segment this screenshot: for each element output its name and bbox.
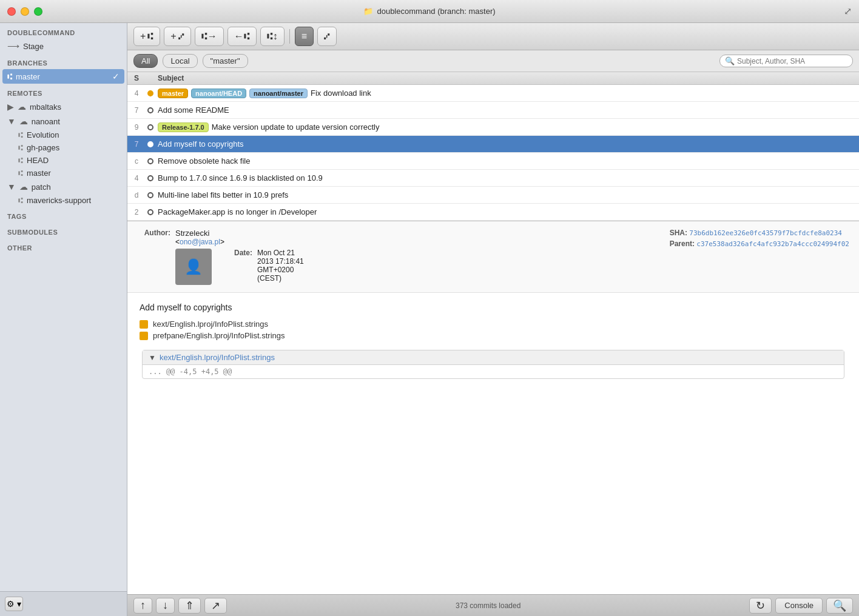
sidebar-item-mavericks[interactable]: ⑆ mavericks-support [0, 194, 127, 207]
sidebar-item-head[interactable]: ⑆ HEAD [0, 154, 127, 167]
commit-meta: Author: Strzelecki <ono@java.pl> [127, 221, 859, 293]
author-email-link[interactable]: ono@java.pl [180, 238, 220, 246]
commit-tag-nanoant-master: nanoant/master [249, 89, 308, 98]
sidebar-item-stage[interactable]: ⟶ Stage [0, 39, 127, 53]
commit-row[interactable]: 2 PackageMaker.app is no longer in /Deve… [127, 204, 859, 221]
folder-icon: 📁 [363, 7, 373, 16]
chevron-down-icon-patch: ▼ [7, 182, 16, 192]
list-view-button[interactable]: ≡ [295, 27, 314, 46]
diff-file-link[interactable]: kext/English.lproj/InfoPlist.strings [160, 353, 275, 362]
commit-subject-area: PackageMaker.app is no longer in /Develo… [155, 207, 859, 216]
search-bottom-icon: 🔍 [833, 599, 846, 612]
commit-subject: Add some README [158, 105, 229, 115]
sidebar-other-header: OTHER [0, 238, 127, 254]
branch-button[interactable]: ⑆→ [195, 27, 224, 46]
commit-subject: Remove obsolete hack file [158, 156, 250, 166]
filter-local-button[interactable]: Local [163, 54, 197, 68]
graph-circle [147, 192, 153, 198]
date-label: Date: [219, 249, 252, 283]
branch-icon-nanoant-master: ⑆ [18, 169, 23, 178]
window-controls[interactable] [7, 7, 42, 16]
commit-num: 9 [127, 123, 146, 132]
changed-file-item[interactable]: kext/English.lproj/InfoPlist.strings [140, 320, 847, 329]
fetch-icon: ↑ [140, 599, 146, 612]
date-value: Mon Oct 212013 17:18:41GMT+0200(CEST) [257, 249, 304, 283]
sidebar-item-evolution[interactable]: ⑆ Evolution [0, 129, 127, 141]
search-bottom-button[interactable]: 🔍 [826, 598, 853, 614]
filter-master-button[interactable]: "master" [203, 54, 248, 68]
rebase-button[interactable]: ⑆↕ [260, 27, 285, 46]
list-icon: ≡ [301, 31, 307, 42]
branch-forward-icon: ⑆→ [201, 31, 217, 42]
sidebar-item-master[interactable]: ⑆ master ✓ [2, 69, 124, 84]
commit-num: 4 [127, 89, 146, 98]
merge-button[interactable]: ←⑆ [227, 27, 257, 46]
minimize-button[interactable] [21, 7, 29, 16]
col-s-header: S [127, 74, 146, 82]
author-email-row: <ono@java.pl> [175, 238, 224, 246]
file-icon [140, 320, 148, 329]
commit-icon: ⑆ [147, 31, 153, 42]
right-panel: + ⑆ + ⑇ ⑆→ ←⑆ ⑆↕ ≡ [127, 23, 859, 616]
add-commit-button[interactable]: + ⑆ [133, 27, 160, 46]
close-button[interactable] [7, 7, 16, 16]
bottom-bar: ↑ ↓ ⇑ ↗ 373 commits loaded ↻ Cons [127, 594, 859, 616]
sidebar-item-nanoant[interactable]: ▼ ☁ nanoant [0, 114, 127, 129]
graph-circle [147, 209, 153, 215]
search-input[interactable] [737, 57, 847, 65]
author-label: Author: [137, 229, 170, 246]
stash-button[interactable]: ↗ [204, 598, 227, 614]
sidebar-footer: ⚙ ▾ [0, 591, 127, 616]
maximize-button[interactable] [34, 7, 42, 16]
commit-subject: Make version update to update version co… [212, 122, 380, 132]
sidebar-submodules-header: SUBMODULES [0, 223, 127, 238]
cloud-icon: ☁ [18, 102, 26, 112]
meta-left: Author: Strzelecki <ono@java.pl> [137, 229, 304, 285]
console-label: Console [784, 601, 814, 610]
refresh-button[interactable]: ↻ [749, 598, 772, 614]
console-button[interactable]: Console [775, 598, 823, 614]
sha-row: SHA: 73b6db162ee326e0fc43579f7bcfdcfe8a0… [670, 229, 849, 237]
toolbar: + ⑆ + ⑇ ⑆→ ←⑆ ⑆↕ ≡ [127, 23, 859, 50]
col-subject-header: Subject [155, 74, 859, 82]
commit-row[interactable]: 9 Release-1.7.0 Make version update to u… [127, 119, 859, 136]
graph-icon: ⑇ [324, 31, 330, 42]
commit-row[interactable]: 4 master nanoant/HEAD nanoant/master Fix… [127, 85, 859, 102]
parent-value: c37e538ad326afc4afc932b7a4ccc024994f02 [696, 240, 849, 248]
resize-icon[interactable]: ⤢ [844, 5, 852, 17]
settings-button[interactable]: ⚙ ▾ [5, 597, 23, 611]
add-tag-button[interactable]: + ⑇ [164, 27, 190, 46]
titlebar: 📁 doublecommand (branch: master) ⤢ [0, 0, 859, 23]
commit-row[interactable]: 4 Bump to 1.7.0 since 1.6.9 is blacklist… [127, 170, 859, 187]
graph-circle [147, 141, 153, 147]
sidebar-item-nanoant-master[interactable]: ⑆ master [0, 167, 127, 179]
commit-row[interactable]: c Remove obsolete hack file [127, 153, 859, 170]
push-icon: ⇑ [185, 599, 194, 612]
search-box[interactable]: 🔍 [719, 55, 853, 67]
checkmark-icon: ✓ [112, 72, 120, 81]
sidebar-item-patch[interactable]: ▼ ☁ patch [0, 179, 127, 194]
commit-list-header: S Subject [127, 72, 859, 85]
changed-file-item[interactable]: prefpane/English.lproj/InfoPlist.strings [140, 331, 847, 340]
sidebar-item-gh-pages[interactable]: ⑆ gh-pages [0, 141, 127, 154]
sidebar-tags-header: TAGS [0, 207, 127, 223]
rebase-icon: ⑆↕ [267, 31, 278, 42]
pull-button[interactable]: ↓ [156, 598, 175, 614]
detail-panel: Author: Strzelecki <ono@java.pl> [127, 221, 859, 594]
author-name: Strzelecki [175, 229, 224, 238]
filter-all-button[interactable]: All [133, 54, 158, 68]
fetch-button[interactable]: ↑ [133, 598, 152, 614]
commit-graph [146, 141, 155, 147]
push-button[interactable]: ⇑ [178, 598, 201, 614]
diff-collapse-icon[interactable]: ▼ [149, 353, 156, 362]
graph-view-button[interactable]: ⑇ [317, 27, 337, 46]
commit-message-area: Add myself to copyrights kext/English.lp… [127, 293, 859, 389]
sidebar-item-mbaltaks[interactable]: ▶ ☁ mbaltaks [0, 99, 127, 114]
avatar-placeholder: 👤 [184, 258, 203, 275]
commit-row-selected[interactable]: 7 Add myself to copyrights [127, 136, 859, 153]
branch-icon: ⑆ [7, 72, 12, 81]
commit-message-title: Add myself to copyrights [140, 303, 847, 312]
toolbar-sep [289, 29, 290, 44]
commit-row[interactable]: 7 Add some README [127, 102, 859, 119]
commit-row[interactable]: d Multi-line label fits better in 10.9 p… [127, 187, 859, 204]
